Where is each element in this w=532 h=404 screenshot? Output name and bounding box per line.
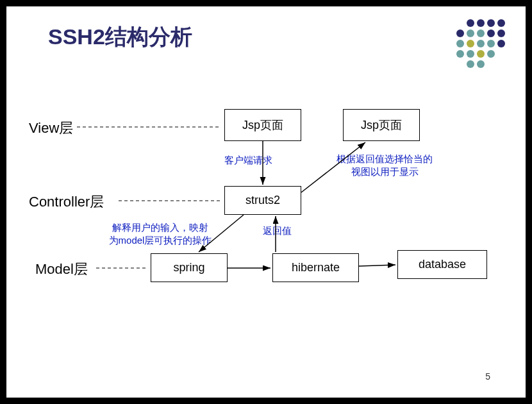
annotation-parse-input: 解释用户的输入，映射为model层可执行的操作 bbox=[99, 221, 221, 246]
model-layer-label: Model层 bbox=[35, 260, 88, 279]
slide-title: SSH2结构分析 bbox=[48, 22, 192, 52]
decorative-dots bbox=[456, 19, 506, 69]
spring-box: spring bbox=[151, 253, 228, 282]
database-box: database bbox=[397, 250, 487, 279]
annotation-return-value: 返回值 bbox=[263, 224, 292, 237]
slide: SSH2结构分析 View层 Controller层 Model层 Jsp页面 … bbox=[6, 6, 526, 398]
annotation-client-request: 客户端请求 bbox=[224, 154, 272, 167]
jsp-box-2: Jsp页面 bbox=[343, 109, 420, 141]
view-layer-label: View层 bbox=[29, 119, 73, 138]
hibernate-box: hibernate bbox=[272, 253, 359, 282]
annotation-select-view: 根据返回值选择恰当的视图以用于显示 bbox=[327, 153, 442, 178]
svg-line-8 bbox=[359, 265, 395, 266]
jsp-box-1: Jsp页面 bbox=[224, 109, 301, 141]
controller-layer-label: Controller层 bbox=[29, 192, 104, 212]
page-number: 5 bbox=[485, 371, 490, 382]
struts2-box: struts2 bbox=[224, 186, 301, 215]
